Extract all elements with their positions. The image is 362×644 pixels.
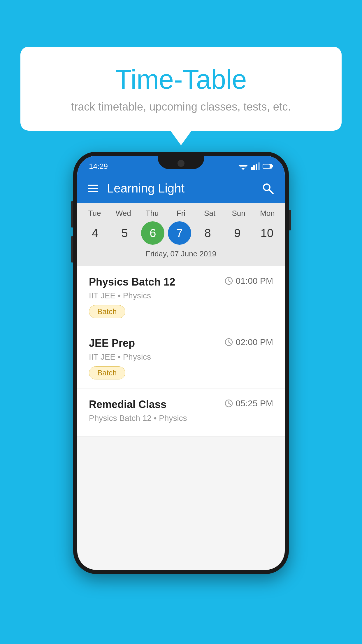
day-label: Sun bbox=[226, 209, 252, 218]
app-title: Learning Light bbox=[107, 181, 261, 195]
menu-button[interactable] bbox=[88, 185, 98, 192]
day-number[interactable]: 4 bbox=[82, 221, 108, 245]
selected-date-label: Friday, 07 June 2019 bbox=[77, 249, 285, 263]
clock-icon bbox=[225, 277, 233, 285]
svg-rect-9 bbox=[263, 164, 270, 168]
day-label: Sat bbox=[197, 209, 223, 218]
phone-screen: 14:29 bbox=[77, 156, 285, 570]
wifi-icon bbox=[238, 162, 248, 170]
status-time: 14:29 bbox=[89, 162, 108, 171]
svg-line-17 bbox=[229, 342, 231, 343]
day-label: Thu bbox=[139, 209, 165, 218]
schedule-item-subtitle: IIT JEE • Physics bbox=[89, 291, 273, 300]
day-number[interactable]: 7 bbox=[168, 221, 191, 245]
phone-container: 14:29 bbox=[73, 152, 289, 574]
day-label: Tue bbox=[81, 209, 108, 218]
speech-bubble-container: Time-Table track timetable, upcoming cla… bbox=[20, 47, 342, 131]
day-number[interactable]: 6 bbox=[141, 221, 164, 245]
batch-badge: Batch bbox=[89, 366, 125, 379]
schedule-item-time: 05:25 PM bbox=[225, 398, 273, 408]
day-label: Mon bbox=[254, 209, 280, 218]
svg-rect-6 bbox=[258, 162, 260, 170]
power-button bbox=[289, 210, 291, 230]
app-bar: Learning Light bbox=[77, 174, 285, 203]
status-icons bbox=[238, 162, 273, 170]
schedule-item-title: Remedial Class bbox=[89, 398, 166, 411]
day-label: Wed bbox=[110, 209, 136, 218]
svg-line-11 bbox=[269, 190, 273, 194]
day-headers: TueWedThuFriSatSunMon bbox=[77, 209, 285, 218]
day-numbers: 45678910 bbox=[77, 221, 285, 245]
clock-icon bbox=[225, 399, 233, 407]
clock-icon bbox=[225, 338, 233, 346]
day-label: Fri bbox=[168, 209, 194, 218]
svg-marker-2 bbox=[242, 168, 245, 170]
svg-rect-3 bbox=[251, 167, 253, 170]
status-bar: 14:29 bbox=[77, 156, 285, 174]
svg-line-14 bbox=[229, 281, 231, 282]
schedule-item-time: 01:00 PM bbox=[225, 276, 273, 286]
schedule-item-subtitle: IIT JEE • Physics bbox=[89, 352, 273, 362]
schedule-item[interactable]: Remedial Class 05:25 PMPhysics Batch 12 … bbox=[77, 388, 285, 437]
schedule-item-title: JEE Prep bbox=[89, 337, 135, 349]
volume-down-button bbox=[71, 236, 73, 262]
svg-rect-8 bbox=[272, 165, 273, 167]
calendar-strip: TueWedThuFriSatSunMon 45678910 Friday, 0… bbox=[77, 203, 285, 266]
bubble-subtitle: track timetable, upcoming classes, tests… bbox=[35, 101, 327, 113]
schedule-item[interactable]: Physics Batch 12 01:00 PMIIT JEE • Physi… bbox=[77, 266, 285, 327]
schedule-item-title: Physics Batch 12 bbox=[89, 276, 175, 288]
svg-line-20 bbox=[229, 403, 231, 405]
svg-rect-4 bbox=[253, 165, 255, 170]
svg-rect-5 bbox=[256, 164, 257, 170]
phone-outer: 14:29 bbox=[73, 152, 289, 574]
schedule-item-time: 02:00 PM bbox=[225, 337, 273, 347]
battery-icon bbox=[263, 163, 273, 169]
schedule-item-subtitle: Physics Batch 12 • Physics bbox=[89, 414, 273, 423]
schedule-list: Physics Batch 12 01:00 PMIIT JEE • Physi… bbox=[77, 266, 285, 437]
bubble-title: Time-Table bbox=[35, 64, 327, 95]
search-icon[interactable] bbox=[261, 182, 274, 195]
day-number[interactable]: 9 bbox=[224, 221, 250, 245]
volume-up-button bbox=[71, 201, 73, 228]
schedule-item[interactable]: JEE Prep 02:00 PMIIT JEE • PhysicsBatch bbox=[77, 327, 285, 388]
speech-bubble: Time-Table track timetable, upcoming cla… bbox=[20, 47, 342, 131]
batch-badge: Batch bbox=[89, 305, 125, 318]
signal-icon bbox=[251, 162, 260, 170]
day-number[interactable]: 10 bbox=[254, 221, 280, 245]
day-number[interactable]: 8 bbox=[195, 221, 221, 245]
day-number[interactable]: 5 bbox=[112, 221, 138, 245]
